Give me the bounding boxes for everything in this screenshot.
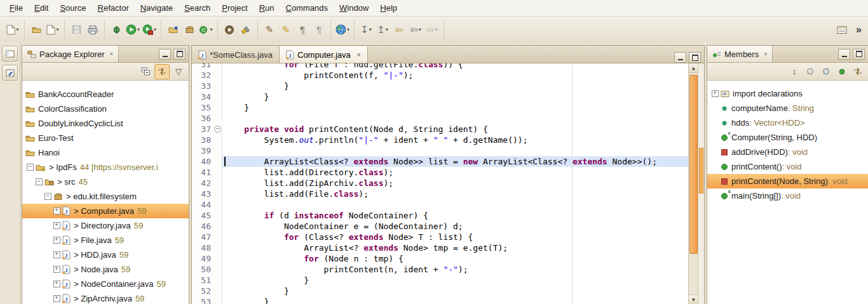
maximize-button[interactable] [173, 49, 186, 60]
last-edit-location-icon[interactable]: ⇦ [391, 22, 407, 38]
tree-expander-icon[interactable]: + [52, 265, 61, 274]
tree-item[interactable]: +J> HDD.java59 [22, 248, 189, 262]
menu-edit[interactable]: Edit [29, 1, 54, 15]
code-line[interactable]: 48 ArrayList<? extends Node> tmp = e.get… [192, 242, 689, 253]
tree-item[interactable]: +J> Computer.java59 [22, 204, 189, 218]
menu-project[interactable]: Project [216, 1, 253, 15]
tree-expander-icon[interactable]: − [34, 178, 43, 187]
tree-expander-icon[interactable]: + [52, 251, 61, 260]
jar-icon[interactable] [222, 22, 237, 38]
code-line[interactable]: 51 } [192, 275, 689, 286]
editor-vertical-scrollbar[interactable]: ▲ ▼ [688, 63, 698, 304]
menu-window[interactable]: Window [334, 1, 374, 15]
member-item[interactable]: printContent(Node, String) : void [707, 174, 868, 188]
code-line[interactable]: 50 printContent(n, ident + "-"); [192, 264, 689, 275]
pin-editor-icon[interactable] [834, 22, 850, 38]
tree-expander-icon[interactable]: + [52, 236, 61, 245]
save-icon[interactable] [69, 22, 84, 38]
code-line[interactable]: 35 } [192, 102, 689, 113]
sort-icon[interactable]: ↕ [787, 65, 801, 79]
new-class-icon[interactable]: C▾ [198, 22, 214, 38]
editor-tab[interactable]: J*SomeClass.java [192, 46, 280, 63]
tree-item[interactable]: Euro-Test [22, 131, 189, 145]
maximize-button[interactable] [689, 52, 701, 63]
menu-file[interactable]: File [4, 1, 29, 15]
overview-ruler[interactable] [698, 63, 704, 304]
tree-item[interactable]: −> edu.kit.filesystem [22, 189, 189, 204]
scrollbar-thumb[interactable] [689, 75, 698, 254]
code-line[interactable]: 43 list.add(File.class); [192, 188, 689, 199]
hide-nonpublic-icon[interactable] [835, 65, 849, 79]
close-icon[interactable]: × [764, 51, 767, 57]
tree-item[interactable]: +J> File.java59 [22, 233, 189, 248]
member-item[interactable]: +import declarations [707, 86, 868, 101]
member-expander-icon[interactable]: + [710, 89, 719, 98]
code-line[interactable]: 40 ArrayList<Class<? extends Node>> list… [192, 156, 689, 167]
tree-item[interactable]: ColorClassification [22, 102, 189, 116]
editor-tab[interactable]: JComputer.java× [280, 46, 368, 63]
member-item[interactable]: hdds : Vector<HDD> [707, 116, 868, 130]
member-item[interactable]: smain(String[]) : void [707, 188, 868, 203]
close-icon[interactable]: × [110, 51, 113, 57]
maximize-button[interactable] [853, 49, 865, 60]
show-print-margin-icon[interactable]: ¶ [311, 22, 327, 38]
new-wizard-icon[interactable]: ▾ [5, 22, 20, 38]
code-line[interactable]: 33 } [192, 81, 689, 91]
fast-view-icon-2[interactable] [2, 65, 18, 81]
hide-fields-icon[interactable]: ∅ [803, 65, 817, 79]
scroll-down-icon[interactable]: ▼ [689, 294, 698, 304]
link-with-editor-icon[interactable] [154, 64, 170, 79]
tree-item[interactable]: +J> Node.java59 [22, 262, 189, 277]
code-line[interactable]: 45 if (d instanceof NodeContainer) { [192, 210, 689, 221]
menu-source[interactable]: Source [54, 1, 92, 15]
tree-item[interactable]: DoublyLinkedCyclicList [22, 116, 189, 131]
code-line[interactable]: 37− private void printContent(Node d, St… [192, 124, 689, 135]
member-item[interactable]: addDrive(HDD) : void [707, 145, 868, 159]
menu-refactor[interactable]: Refactor [92, 1, 135, 15]
tree-expander-icon[interactable]: + [52, 221, 61, 230]
member-item[interactable]: cComputer(String, HDD) [707, 130, 868, 145]
menu-help[interactable]: Help [374, 1, 403, 15]
tree-item[interactable]: −> IpdFs44 [https://svnserver.i [22, 160, 189, 175]
code-line[interactable]: 49 for (Node n : tmp) { [192, 253, 689, 264]
hide-static-icon[interactable]: ∅ [819, 65, 833, 79]
code-line[interactable]: 38 System.out.println("|-" + ident + " "… [192, 135, 689, 145]
code-line[interactable]: 53 } [192, 296, 689, 304]
last-edit-pen-icon[interactable]: ✎ [262, 22, 277, 38]
code-line[interactable]: 46 NodeContainer e = (NodeContainer) d; [192, 221, 689, 232]
minimize-button[interactable] [674, 52, 686, 63]
external-tools-icon[interactable]: ▾ [142, 22, 157, 38]
tree-item[interactable]: Hanoi [22, 145, 189, 160]
overview-marker[interactable] [699, 148, 703, 194]
show-whitespace-icon[interactable]: ¶ [295, 22, 310, 38]
forward-icon[interactable]: ⇨▾ [424, 22, 440, 38]
new-package-icon[interactable] [182, 22, 197, 38]
next-annotation-icon[interactable]: ↧▾ [358, 22, 374, 38]
code-line[interactable]: 41 list.add(Directory.class); [192, 167, 689, 178]
fast-view-icon-1[interactable] [2, 46, 18, 62]
tree-expander-icon[interactable]: + [52, 280, 61, 289]
link-with-editor-icon[interactable] [851, 65, 865, 79]
package-explorer-view-tab[interactable]: Package Explorer × [22, 46, 119, 62]
tree-item[interactable]: BankAccountReader [22, 87, 189, 102]
new-java-project-icon[interactable] [165, 22, 180, 38]
collapse-all-icon[interactable] [139, 65, 153, 79]
tree-expander-icon[interactable]: + [52, 294, 61, 303]
tree-expander-icon[interactable]: − [43, 192, 52, 201]
tree-expander-icon[interactable]: + [52, 207, 61, 216]
menu-run[interactable]: Run [254, 1, 280, 15]
member-item[interactable]: printContent() : void [707, 159, 868, 174]
code-line[interactable]: 52 } [192, 286, 689, 296]
tree-item[interactable]: +J> NodeContainer.java59 [22, 277, 189, 291]
menu-search[interactable]: Search [179, 1, 216, 15]
code-line[interactable]: 34 } [192, 91, 689, 102]
new-folder-icon[interactable] [29, 22, 44, 38]
tree-item[interactable]: +J> ZipArchiv.java59 [22, 291, 189, 304]
debug-icon[interactable] [109, 22, 124, 38]
tree-item[interactable]: +J> Directory.java59 [22, 218, 189, 233]
tab-close-icon[interactable]: × [357, 51, 361, 58]
code-line[interactable]: 32 printContent(f, "|-"); [192, 70, 689, 81]
prev-annotation-icon[interactable]: ↥▾ [375, 22, 390, 38]
tree-expander-icon[interactable]: − [25, 163, 34, 172]
code-line[interactable]: 44 [192, 199, 689, 210]
